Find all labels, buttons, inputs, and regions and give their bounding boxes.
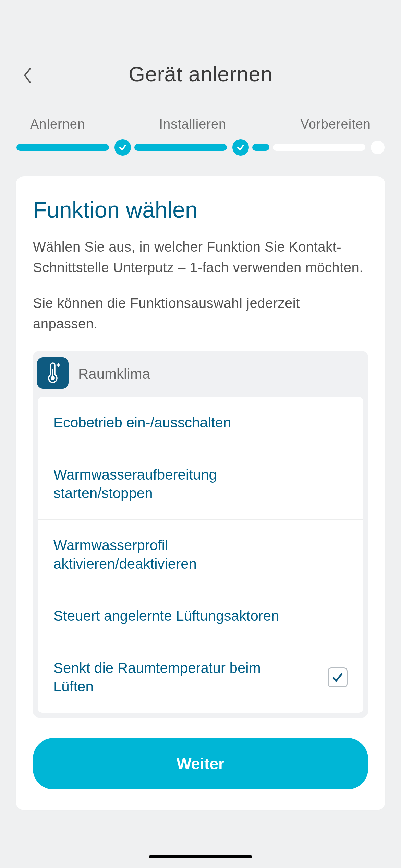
step-end-circle	[371, 141, 385, 154]
stepper-bars	[16, 139, 385, 156]
list-item[interactable]: Warmwasserprofil aktivieren/deaktivieren	[38, 520, 363, 590]
content-card: Funktion wählen Wählen Sie aus, in welch…	[16, 176, 385, 810]
function-group: Raumklima Ecobetrieb ein-/ausschalten Wa…	[33, 351, 368, 718]
list-item[interactable]: Steuert angelernte Lüftungsaktoren	[38, 590, 363, 642]
continue-button[interactable]: Weiter	[33, 738, 368, 789]
checkmark-icon	[236, 143, 245, 152]
list-item-label: Warmwasseraufbereitung starten/stoppen	[53, 466, 300, 503]
step-bar-3-progress	[252, 144, 269, 151]
card-title: Funktion wählen	[33, 197, 368, 223]
card-description-1: Wählen Sie aus, in welcher Funktion Sie …	[33, 237, 368, 278]
home-indicator[interactable]	[149, 855, 252, 858]
step-bar-1	[16, 144, 109, 151]
step-label-2: Installieren	[159, 117, 226, 132]
group-title: Raumklima	[78, 366, 150, 382]
list-item-label: Senkt die Raumtemperatur beim Lüften	[53, 659, 300, 696]
step-label-1: Anlernen	[30, 117, 85, 132]
back-button[interactable]	[21, 65, 34, 86]
stepper-labels: Anlernen Installieren Vorbereiten	[16, 117, 385, 132]
list-item-label: Warmwasserprofil aktivieren/deaktivieren	[53, 536, 300, 574]
list-item-label: Ecobetrieb ein-/ausschalten	[53, 413, 231, 432]
group-header: Raumklima	[38, 351, 363, 397]
chevron-left-icon	[23, 67, 32, 84]
list-item[interactable]: Senkt die Raumtemperatur beim Lüften	[38, 642, 363, 713]
step-label-3: Vorbereiten	[301, 117, 371, 132]
checkmark-icon	[331, 671, 344, 684]
checkmark-icon	[118, 143, 127, 152]
step-bar-2	[134, 144, 227, 151]
stepper: Anlernen Installieren Vorbereiten	[0, 100, 401, 162]
page-title: Gerät anlernen	[129, 62, 273, 86]
card-description-2: Sie können die Funktionsauswahl jederzei…	[33, 293, 368, 334]
thermometer-icon	[37, 357, 69, 389]
function-list: Ecobetrieb ein-/ausschalten Warmwasserau…	[38, 397, 363, 713]
step-bar-3-remaining	[273, 144, 365, 151]
checkbox-checked[interactable]	[328, 667, 348, 687]
list-item-label: Steuert angelernte Lüftungsaktoren	[53, 607, 279, 626]
step-check-1	[114, 139, 131, 156]
list-item[interactable]: Warmwasseraufbereitung starten/stoppen	[38, 449, 363, 520]
step-check-2	[232, 139, 249, 156]
header: Gerät anlernen	[0, 0, 401, 100]
list-item[interactable]: Ecobetrieb ein-/ausschalten	[38, 397, 363, 449]
